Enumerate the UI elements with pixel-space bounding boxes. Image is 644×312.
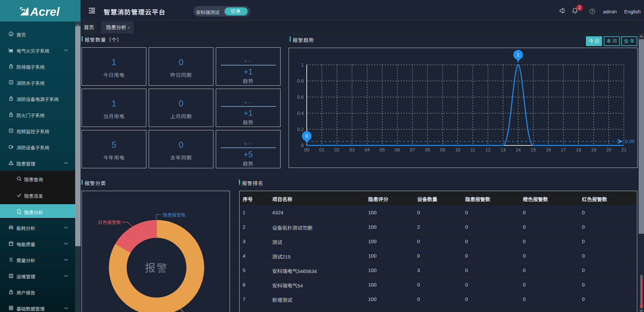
svg-text:1: 1 xyxy=(517,52,519,57)
svg-text:18: 18 xyxy=(576,147,581,152)
svg-text:05: 05 xyxy=(380,147,385,152)
svg-text:14: 14 xyxy=(515,147,521,152)
svg-text:17: 17 xyxy=(561,147,566,152)
svg-text:13: 13 xyxy=(500,147,506,152)
svg-text:16: 16 xyxy=(546,147,551,152)
svg-text:07: 07 xyxy=(410,147,415,152)
svg-text:19: 19 xyxy=(591,147,596,152)
svg-text:1: 1 xyxy=(301,62,304,68)
svg-text:11: 11 xyxy=(470,147,476,152)
svg-text:0.4: 0.4 xyxy=(297,110,304,116)
svg-text:隐患报警数: 隐患报警数 xyxy=(163,213,186,218)
svg-text:0.6: 0.6 xyxy=(297,94,304,100)
svg-text:0.05: 0.05 xyxy=(625,138,635,144)
svg-text:20: 20 xyxy=(606,147,611,152)
svg-text:15: 15 xyxy=(531,147,536,152)
svg-text:08: 08 xyxy=(425,147,430,152)
svg-text:0: 0 xyxy=(305,133,308,139)
svg-text:09: 09 xyxy=(440,147,445,152)
svg-text:06: 06 xyxy=(395,147,400,152)
svg-text:0.2: 0.2 xyxy=(297,127,304,132)
svg-text:10: 10 xyxy=(455,147,460,152)
svg-text:21: 21 xyxy=(621,147,627,152)
svg-text:0.8: 0.8 xyxy=(297,78,304,84)
svg-text:01: 01 xyxy=(319,147,325,152)
svg-text:04: 04 xyxy=(364,147,370,152)
svg-text:报警: 报警 xyxy=(145,262,168,274)
svg-text:02: 02 xyxy=(334,147,340,152)
svg-text:03: 03 xyxy=(349,147,355,152)
svg-text:00: 00 xyxy=(304,147,309,152)
svg-text:红色报警数: 红色报警数 xyxy=(98,220,121,225)
svg-text:0: 0 xyxy=(301,143,304,148)
svg-text:12: 12 xyxy=(485,147,491,152)
